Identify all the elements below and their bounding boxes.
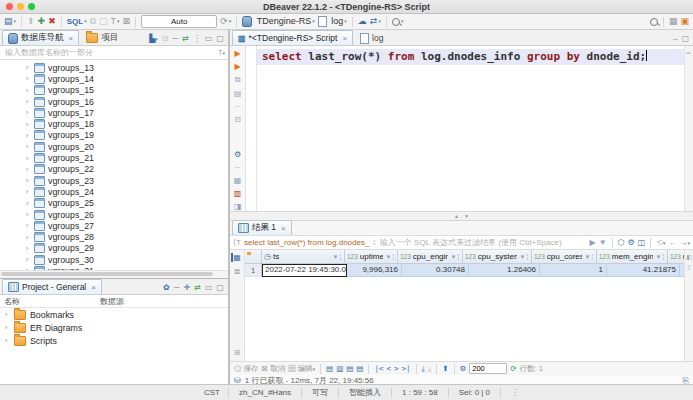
filter-sort-icon[interactable]: ▼╎	[332, 253, 342, 260]
link-with-editor-icon[interactable]: ⇄	[182, 34, 189, 43]
execute-new-tab-button[interactable]: ▶	[234, 62, 240, 71]
column-header[interactable]: 123 cpu_cores ▼╎	[532, 250, 597, 263]
chevron-right-icon[interactable]: ›	[26, 234, 31, 241]
column-header[interactable]: ◷ ts ▼╎	[262, 250, 345, 263]
duplicate-row-icon[interactable]: ▥	[336, 364, 343, 373]
filter-sort-icon[interactable]: ▼╎	[450, 253, 460, 260]
tree-item[interactable]: › vgroups_13	[0, 62, 228, 73]
close-icon[interactable]: ×	[91, 283, 96, 292]
explain-plan-icon[interactable]: ⊡	[234, 115, 241, 124]
minimize-icon[interactable]: ─	[173, 34, 179, 43]
tree-item[interactable]: › vgroups_27	[0, 220, 228, 231]
export-icon[interactable]: ⬆	[442, 364, 448, 373]
checkpoint-icon[interactable]: ⬆	[27, 15, 35, 28]
global-search-button[interactable]	[650, 18, 658, 26]
filter-save-icon[interactable]: ⬡	[618, 238, 625, 247]
back-arrow-icon[interactable]: ←	[668, 238, 676, 247]
paste-icon[interactable]: ▢	[99, 15, 108, 28]
navigator-hscrollbar[interactable]	[0, 270, 228, 278]
navigator-filter-input[interactable]	[3, 46, 216, 59]
chevron-right-icon[interactable]: ›	[26, 188, 31, 195]
tree-item[interactable]: › vgroups_25	[0, 198, 228, 209]
maximize-window-button[interactable]	[28, 3, 35, 10]
grid-row[interactable]: 1 2022-07-22 19:45:30.0009,996,3160.3074…	[245, 264, 684, 277]
chevron-right-icon[interactable]: ›	[26, 87, 31, 94]
chevron-right-icon[interactable]: ›	[26, 143, 31, 150]
tree-item[interactable]: › vgroups_29	[0, 243, 228, 254]
tree-item[interactable]: › vgroups_15	[0, 85, 228, 96]
chevron-right-icon[interactable]: ›	[5, 337, 10, 344]
chevron-right-icon[interactable]: ›	[5, 324, 10, 331]
grid-corner-cell[interactable]	[245, 250, 262, 263]
copy-icon[interactable]: ⧉	[90, 15, 96, 28]
grid-cell[interactable]: 1.26406	[469, 264, 540, 277]
quick-search-button[interactable]: ▾	[392, 15, 404, 28]
column-name[interactable]: uptime	[360, 252, 384, 261]
chevron-right-icon[interactable]: ›	[26, 64, 31, 71]
tab-log[interactable]: log	[354, 30, 389, 45]
close-icon[interactable]: ×	[342, 34, 347, 43]
delete-script-icon[interactable]: ▥	[234, 189, 242, 198]
project-tree-item[interactable]: › Bookmarks	[0, 308, 228, 321]
results-filter-input[interactable]	[378, 237, 587, 248]
column-header[interactable]: 123 cpu_engine ▼╎	[398, 250, 463, 263]
tree-item[interactable]: › vgroups_18	[0, 118, 228, 129]
database-combo[interactable]: log▾	[318, 15, 347, 28]
chevron-right-icon[interactable]: ›	[26, 132, 31, 139]
record-view-toggle[interactable]: ▯	[687, 263, 690, 270]
chevron-right-icon[interactable]: ›	[26, 155, 31, 162]
chevron-right-icon[interactable]: ›	[26, 222, 31, 229]
scrollbar-thumb[interactable]	[1, 272, 213, 276]
tree-item[interactable]: › vgroups_26	[0, 209, 228, 220]
tab-results-1[interactable]: 结果 1 ×	[232, 220, 292, 235]
tree-item[interactable]: › vgroups_19	[0, 130, 228, 141]
close-icon[interactable]: ×	[69, 34, 74, 43]
column-name[interactable]: cpu_cores	[547, 252, 583, 261]
filter-dropdown-icon[interactable]: ▼	[599, 238, 607, 247]
tab-project-general[interactable]: Project - General ×	[2, 279, 102, 294]
tree-item[interactable]: › vgroups_17	[0, 107, 228, 118]
save-button[interactable]: ▤▾	[4, 15, 16, 28]
caret-position-label[interactable]: 1 : 59 : 58	[392, 388, 448, 397]
script-icon[interactable]: ▤	[234, 89, 242, 98]
filter-sort-icon[interactable]: ▼╎	[519, 253, 529, 260]
filter-sort-icon[interactable]: ▼╎	[385, 253, 395, 260]
chevron-right-icon[interactable]: ›	[26, 211, 31, 218]
tree-item[interactable]: › vgroups_24	[0, 186, 228, 197]
add-row-icon[interactable]: ▤	[326, 364, 333, 373]
value-view-toggle[interactable]: ◧	[686, 253, 692, 260]
refresh-icon[interactable]: ⟳▾	[220, 15, 231, 28]
execute-script-icon[interactable]: ⧉	[235, 75, 241, 85]
chevron-right-icon[interactable]: ›	[5, 311, 10, 318]
history-icon[interactable]: ⟲▾	[656, 238, 665, 247]
tab-projects[interactable]: 项目	[80, 30, 124, 45]
open-perspective-icon[interactable]: ▦	[669, 15, 678, 28]
expand-icon[interactable]: ✛	[183, 283, 190, 292]
grid-cell[interactable]: 0.30748	[402, 264, 469, 277]
collapse-up-icon[interactable]: ▲	[454, 213, 459, 219]
project-tree-item[interactable]: › ER Diagrams	[0, 321, 228, 334]
tree-item[interactable]: › vgroups_23	[0, 175, 228, 186]
auto-refresh-icon[interactable]: ⟳	[510, 364, 516, 373]
close-window-button[interactable]	[6, 3, 13, 10]
tab-sql-script[interactable]: ▥ *<TDengine-RS> Script ×	[232, 30, 353, 45]
perspective-icon[interactable]: ▣	[680, 15, 689, 28]
first-row-button[interactable]: |<	[374, 364, 383, 373]
insert-mode-label[interactable]: 智能插入	[339, 387, 391, 398]
chevron-right-icon[interactable]: ›	[26, 177, 31, 184]
fetch-next-page-icon[interactable]: ⤓	[422, 364, 425, 374]
edit-button[interactable]: ▦ 编辑▾	[288, 364, 315, 374]
link-with-editor-icon[interactable]: ⇄	[194, 283, 201, 292]
apply-filter-icon[interactable]: ▶	[589, 238, 595, 247]
fetch-size-input[interactable]	[469, 363, 507, 374]
delete-row-icon[interactable]: ▤	[346, 364, 353, 373]
forward-arrow-icon[interactable]: →▾	[679, 238, 690, 247]
calc-panel-icon[interactable]: ⊞	[234, 348, 241, 357]
column-header[interactable]: 123 cpu_system ▼╎	[463, 250, 532, 263]
row-number[interactable]: 1	[245, 264, 262, 277]
grid-view-toggle[interactable]: ▦	[231, 253, 243, 262]
text-transform-button[interactable]: T▾	[111, 15, 120, 28]
statusbar-menu-icon[interactable]: ⋮	[501, 388, 529, 397]
chevron-right-icon[interactable]: ›	[26, 256, 31, 263]
commit-button[interactable]: ✚	[38, 15, 46, 28]
